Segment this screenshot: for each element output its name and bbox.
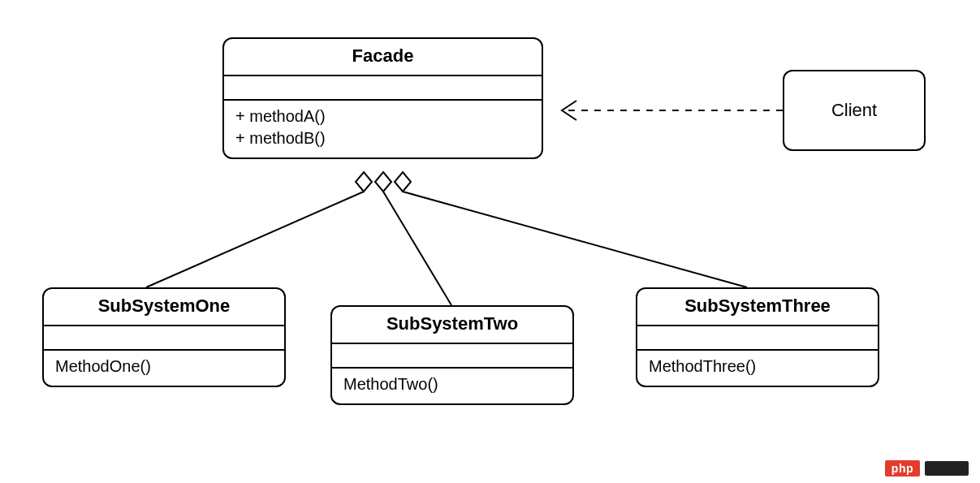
class-subsystem-two-title: SubSystemTwo bbox=[332, 307, 572, 344]
class-facade-title: Facade bbox=[224, 39, 542, 76]
class-subsystem-one-attributes bbox=[44, 326, 284, 351]
class-subsystem-two-attributes bbox=[332, 344, 572, 369]
class-facade-method: + methodB() bbox=[235, 127, 530, 149]
class-client: Client bbox=[783, 70, 926, 151]
class-subsystem-three-method: MethodThree() bbox=[649, 356, 866, 377]
aggregation-diamond-icon bbox=[356, 172, 372, 192]
class-subsystem-two: SubSystemTwo MethodTwo() bbox=[330, 305, 574, 405]
class-subsystem-three: SubSystemThree MethodThree() bbox=[636, 287, 879, 387]
class-facade-attributes bbox=[224, 76, 542, 101]
class-subsystem-three-attributes bbox=[637, 326, 878, 351]
class-subsystem-three-title: SubSystemThree bbox=[637, 289, 878, 326]
class-subsystem-one-method: MethodOne() bbox=[55, 356, 273, 377]
class-subsystem-one-operations: MethodOne() bbox=[44, 351, 284, 386]
watermark-bar bbox=[925, 461, 969, 476]
class-subsystem-two-method: MethodTwo() bbox=[343, 373, 561, 395]
aggregation-diamond-icon bbox=[395, 172, 411, 192]
class-subsystem-one: SubSystemOne MethodOne() bbox=[42, 287, 286, 387]
class-subsystem-one-title: SubSystemOne bbox=[44, 289, 284, 326]
watermark-badge: php bbox=[885, 460, 920, 477]
class-facade: Facade + methodA() + methodB() bbox=[222, 37, 543, 159]
watermark: php bbox=[885, 460, 969, 477]
class-facade-operations: + methodA() + methodB() bbox=[224, 101, 542, 157]
class-facade-method: + methodA() bbox=[235, 106, 530, 127]
aggregation-facade-subsystem-two bbox=[383, 192, 451, 305]
aggregation-diamond-icon bbox=[375, 172, 391, 192]
class-subsystem-three-operations: MethodThree() bbox=[637, 351, 878, 386]
class-client-title: Client bbox=[831, 100, 877, 121]
class-subsystem-two-operations: MethodTwo() bbox=[332, 369, 572, 403]
aggregation-facade-subsystem-three bbox=[403, 192, 747, 287]
dependency-arrowhead-icon bbox=[562, 101, 576, 120]
aggregation-facade-subsystem-one bbox=[146, 192, 364, 287]
